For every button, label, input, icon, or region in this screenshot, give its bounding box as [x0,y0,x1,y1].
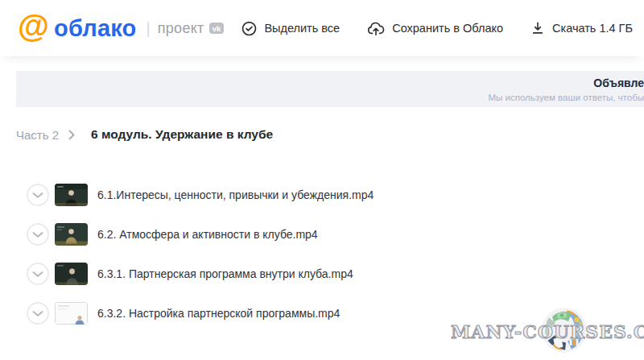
breadcrumb-parent-link[interactable]: Часть 2 [16,128,59,142]
select-all-label: Выделить все [264,22,340,35]
file-row[interactable]: 6.3.1. Партнерская программа внутри клуб… [27,263,374,285]
check-circle-icon[interactable] [27,223,49,246]
header-actions: Выделить все Сохранить в Облако [242,20,633,36]
cloud-public-folder-page: @ облако | проект vk Выделить все [0,0,644,360]
announcement-subtitle: Мы используем ваши ответы, чтобы [489,93,644,102]
download-icon [530,21,545,35]
file-name[interactable]: 6.3.1. Партнерская программа внутри клуб… [97,267,353,280]
announcement-title: Объявле [593,77,644,89]
file-name[interactable]: 6.2. Атмосфера и активности в клубе.mp4 [97,228,318,241]
mailru-at-icon: @ [18,10,49,42]
download-label: Скачать 1.4 ГБ [552,22,633,35]
file-list: 6.1.Интересы, ценности, привычки и убежд… [27,184,374,341]
file-row[interactable]: 6.2. Атмосфера и активности в клубе.mp4 [27,223,374,246]
check-circle-icon[interactable] [27,184,49,206]
download-button[interactable]: Скачать 1.4 ГБ [530,21,633,35]
check-circle-icon[interactable] [27,263,49,285]
cloud-logo[interactable]: @ облако | проект vk [18,14,224,42]
many-courses-globe-logo-icon [541,307,588,357]
watermark-text: MANY-COURSES.COM [451,321,644,342]
vk-logo-icon: vk [209,23,225,34]
check-circle-icon [242,21,257,36]
logo-project-text: проект [158,20,204,37]
cloud-upload-icon [367,20,385,36]
video-thumbnail[interactable] [55,223,88,246]
announcement-banner: Объявле Мы используем ваши ответы, чтобы [16,71,644,107]
file-name[interactable]: 6.1.Интересы, ценности, привычки и убежд… [97,188,374,201]
logo-brand-text: облако [54,15,137,42]
header: @ облако | проект vk Выделить все [0,0,644,56]
video-thumbnail[interactable] [55,263,88,285]
page-title: 6 модуль. Удержание в клубе [91,127,273,142]
breadcrumb: Часть 2 6 модуль. Удержание в клубе [16,127,273,142]
watermark: MANY-COURSES.COM [451,304,644,360]
save-to-cloud-label: Сохранить в Облако [392,22,503,35]
file-row[interactable]: 6.1.Интересы, ценности, привычки и убежд… [27,184,374,206]
file-name[interactable]: 6.3.2. Настройка партнерской программы.m… [97,307,340,320]
logo-divider: | [147,19,151,38]
check-circle-icon[interactable] [27,302,49,325]
video-thumbnail[interactable] [55,302,88,325]
save-to-cloud-button[interactable]: Сохранить в Облако [367,20,503,36]
video-thumbnail[interactable] [55,184,88,206]
file-row[interactable]: 6.3.2. Настройка партнерской программы.m… [27,302,374,325]
chevron-right-icon [68,130,75,140]
select-all-button[interactable]: Выделить все [242,21,340,36]
